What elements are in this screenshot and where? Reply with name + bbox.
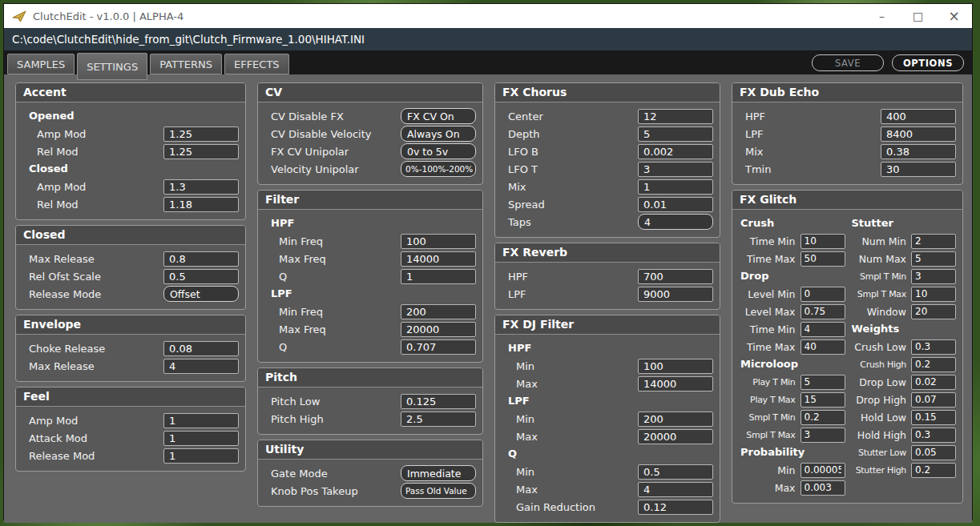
fx-dub-echo-mix-input[interactable] [881,144,956,159]
pitch-pitch-high-input[interactable] [401,412,476,427]
close-icon[interactable]: × [936,4,972,28]
pitch-pitch-low-input[interactable] [401,394,476,409]
accent-rel-mod-input[interactable] [163,144,239,159]
fx-reverb-hpf-input[interactable] [638,269,713,284]
fx-glitch-time-min-input[interactable] [801,322,845,337]
fx-chorus-lfo-t-input[interactable] [638,162,713,177]
filter-min-freq-input[interactable] [401,304,476,319]
closed-rel-ofst-scale-input[interactable] [163,269,239,284]
options-button[interactable]: OPTIONS [892,54,964,71]
fx-glitch-level-min-input[interactable] [801,287,845,302]
fx-glitch-time-min-input[interactable] [801,234,845,249]
fx-glitch-smpl-t-min-input[interactable] [801,410,845,425]
fx-dub-echo-hpf-input[interactable] [881,109,956,124]
fx-glitch-window-input[interactable] [911,304,956,319]
cv-fx-cv-unipolar-button[interactable]: 0v to 5v [401,143,476,159]
fx-dj-filter-max-input[interactable] [638,482,713,497]
fx-glitch-stutter-high-input[interactable] [911,463,956,478]
fx-dj-filter-gain-reduction-input[interactable] [638,500,713,515]
feel-amp-mod-input[interactable] [163,413,239,428]
utility-gate-mode-button[interactable]: Immediate [401,465,476,481]
fx-glitch-hold-low-input[interactable] [911,410,956,425]
field-label: Mix [745,146,881,158]
maximize-icon[interactable]: □ [900,4,936,28]
fx-dj-filter-min-input[interactable] [638,412,713,427]
field-label: Mix [508,181,638,193]
fx-glitch-time-max-input[interactable] [801,251,845,267]
field-label: Max Freq [279,253,401,265]
filter-max-freq-input[interactable] [401,322,476,337]
fx-glitch-num-max-input[interactable] [911,251,956,267]
fx-glitch-play-t-max-input[interactable] [801,392,845,408]
group-label-hpf: HPF [264,215,476,232]
cv-cv-disable-fx-button[interactable]: FX CV On [401,108,476,124]
fx-dub-echo-tmin-input[interactable] [881,162,956,177]
fx-glitch-crush-high-input[interactable] [911,357,956,372]
filter-max-freq-input[interactable] [401,251,476,267]
field-row: Mix [739,143,956,160]
fx-chorus-center-input[interactable] [638,109,713,124]
fx-glitch-crush-low-input[interactable] [911,339,956,355]
fx-dj-filter-min-input[interactable] [638,359,713,374]
fx-glitch-stutter-low-input[interactable] [911,445,956,460]
filter-min-freq-input[interactable] [401,234,476,249]
envelope-choke-release-input[interactable] [163,341,239,356]
fx-dub-echo-lpf-input[interactable] [881,126,956,142]
fx-glitch-num-min-input[interactable] [911,234,956,249]
fx-glitch-drop-low-input[interactable] [911,375,956,390]
fx-chorus-mix-input[interactable] [638,179,713,195]
field-label: Pitch High [271,413,401,425]
envelope-max-release-input[interactable] [163,359,239,374]
accent-rel-mod-input[interactable] [163,197,239,212]
field-label: Time Max [736,253,801,265]
field-row: Q [264,267,476,285]
feel-release-mod-input[interactable] [163,448,239,464]
minimize-icon[interactable]: – [864,4,900,28]
cv-velocity-unipolar-button[interactable]: 0%-100%-200% [401,161,476,177]
fx-reverb-lpf-input[interactable] [638,287,713,302]
fx-chorus-lfo-b-input[interactable] [638,144,713,159]
accent-amp-mod-input[interactable] [163,126,239,142]
closed-release-mode-button[interactable]: Offset [163,286,239,302]
fx-glitch-hold-high-input[interactable] [911,428,956,443]
tab-patterns[interactable]: PATTERNS [150,54,222,74]
field-row: LPF [739,125,956,143]
cv-cv-disable-velocity-button[interactable]: Always On [401,126,476,142]
fx-glitch-drop-high-input[interactable] [911,392,956,408]
fx-glitch-smpl-t-max-input[interactable] [801,428,845,443]
fx-glitch-play-t-min-input[interactable] [801,375,845,390]
fx-glitch-smpl-t-max-input[interactable] [911,287,956,302]
fx-glitch-max-input[interactable] [801,480,845,496]
field-row: Min [502,357,713,375]
closed-max-release-input[interactable] [163,251,239,267]
fx-chorus-depth-input[interactable] [638,126,713,142]
panel-closed: ClosedMax ReleaseRel Ofst ScaleRelease M… [15,225,246,310]
filter-q-input[interactable] [401,269,476,284]
fx-glitch-min-input[interactable] [801,463,845,478]
tab-effects[interactable]: EFFECTS [224,54,289,74]
panel-title-fx-reverb: FX Reverb [495,243,720,263]
field-label: Q [279,341,401,353]
fx-glitch-level-max-input[interactable] [801,304,845,319]
field-label: LFO T [508,163,638,175]
fx-chorus-spread-input[interactable] [638,197,713,212]
utility-knob-pos-takeup-button[interactable]: Pass Old Value [401,483,476,499]
tab-samples[interactable]: SAMPLES [7,54,75,74]
fx-dj-filter-min-input[interactable] [638,464,713,480]
filter-q-input[interactable] [401,339,476,355]
group-label-opened: Opened [22,107,239,125]
feel-attack-mod-input[interactable] [163,431,239,446]
save-button[interactable]: SAVE [812,54,884,71]
fx-dj-filter-max-input[interactable] [638,429,713,444]
fx-chorus-taps-button[interactable]: 4 [638,214,713,230]
fx-glitch-time-max-input[interactable] [801,339,845,355]
field-label: Max [736,482,801,494]
tab-settings[interactable]: SETTINGS [77,53,147,80]
fx-glitch-smpl-t-min-input[interactable] [911,269,956,284]
fx-dj-filter-max-input[interactable] [638,376,713,391]
utility-body: Gate ModeImmediateKnob Pos TakeupPass Ol… [258,460,482,506]
accent-amp-mod-input[interactable] [163,179,239,195]
field-row: CV Disable VelocityAlways On [264,125,476,143]
envelope-body: Choke ReleaseMax Release [16,335,245,381]
field-label: Min [516,360,638,372]
